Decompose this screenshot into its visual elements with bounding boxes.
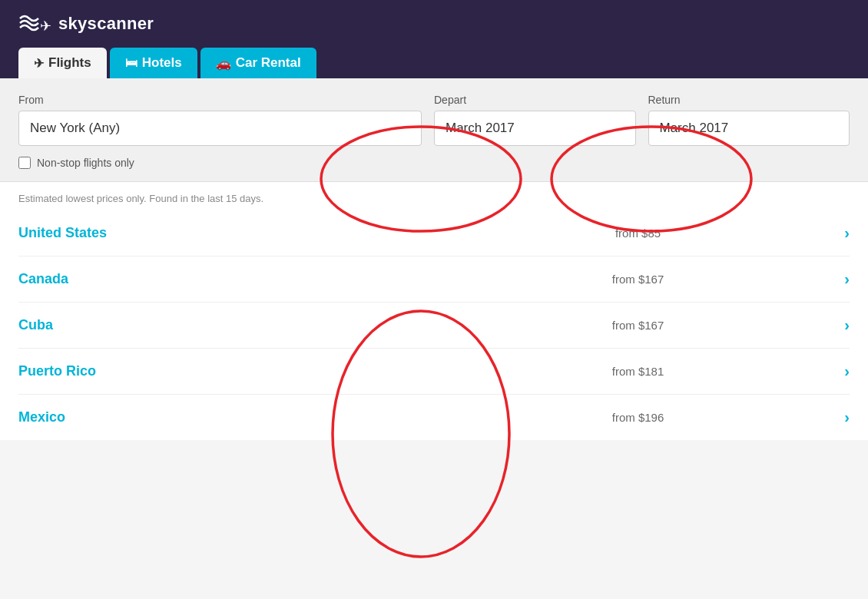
page-wrapper: ✈ skyscanner ✈ Flights 🛏 Hotels 🚗 Car Re… xyxy=(0,0,868,599)
price-0: from $85 xyxy=(432,227,845,240)
result-row-1[interactable]: Canada from $167 › xyxy=(18,256,850,303)
logo-icon: ✈ xyxy=(18,11,52,37)
depart-label: Depart xyxy=(434,94,636,106)
nonstop-checkbox-row: Non-stop flights only xyxy=(18,157,850,169)
car-icon: 🚗 xyxy=(216,56,231,71)
tab-car-rental-label: Car Rental xyxy=(236,55,301,71)
destination-3: Puerto Rico xyxy=(18,363,432,379)
nonstop-label: Non-stop flights only xyxy=(37,157,134,169)
logo: ✈ skyscanner xyxy=(18,11,154,37)
destination-1: Canada xyxy=(18,271,432,287)
price-4: from $196 xyxy=(432,411,845,424)
results-area: Estimated lowest prices only. Found in t… xyxy=(0,182,868,440)
search-area: From New York (Any) Depart March 2017 Re… xyxy=(0,78,868,182)
from-label: From xyxy=(18,94,422,106)
chevron-icon-1: › xyxy=(844,270,850,288)
chevron-icon-3: › xyxy=(844,362,850,380)
result-row-3[interactable]: Puerto Rico from $181 › xyxy=(18,349,850,395)
depart-input[interactable]: March 2017 xyxy=(434,111,636,146)
header: ✈ skyscanner xyxy=(0,0,868,48)
chevron-icon-4: › xyxy=(844,409,850,426)
chevron-icon-0: › xyxy=(844,224,850,242)
tab-hotels-label: Hotels xyxy=(142,55,182,71)
from-field-group: From New York (Any) xyxy=(18,94,422,146)
destination-2: Cuba xyxy=(18,317,432,333)
return-field-group: Return March 2017 xyxy=(648,94,850,146)
destination-4: Mexico xyxy=(18,409,432,425)
chevron-icon-2: › xyxy=(844,316,850,334)
nav-bar: ✈ Flights 🛏 Hotels 🚗 Car Rental xyxy=(0,48,868,78)
bed-icon: 🛏 xyxy=(125,56,137,70)
price-3: from $181 xyxy=(432,365,845,378)
destination-0: United States xyxy=(18,225,432,241)
tab-flights[interactable]: ✈ Flights xyxy=(18,48,107,78)
result-row-0[interactable]: United States from $85 › xyxy=(18,210,850,256)
logo-text: skyscanner xyxy=(58,14,154,34)
tab-flights-label: Flights xyxy=(48,55,91,71)
result-row-2[interactable]: Cuba from $167 › xyxy=(18,303,850,349)
nonstop-checkbox[interactable] xyxy=(18,157,31,169)
return-input[interactable]: March 2017 xyxy=(648,111,850,146)
depart-field-group: Depart March 2017 xyxy=(434,94,636,146)
price-2: from $167 xyxy=(432,319,845,332)
results-note: Estimated lowest prices only. Found in t… xyxy=(18,182,850,210)
plane-icon: ✈ xyxy=(34,56,44,71)
svg-text:✈: ✈ xyxy=(40,18,51,34)
search-fields: From New York (Any) Depart March 2017 Re… xyxy=(18,94,850,146)
from-input[interactable]: New York (Any) xyxy=(18,111,422,146)
tab-hotels[interactable]: 🛏 Hotels xyxy=(110,48,197,78)
result-row-4[interactable]: Mexico from $196 › xyxy=(18,395,850,440)
return-label: Return xyxy=(648,94,850,106)
price-1: from $167 xyxy=(432,273,845,286)
tab-car-rental[interactable]: 🚗 Car Rental xyxy=(200,48,316,78)
